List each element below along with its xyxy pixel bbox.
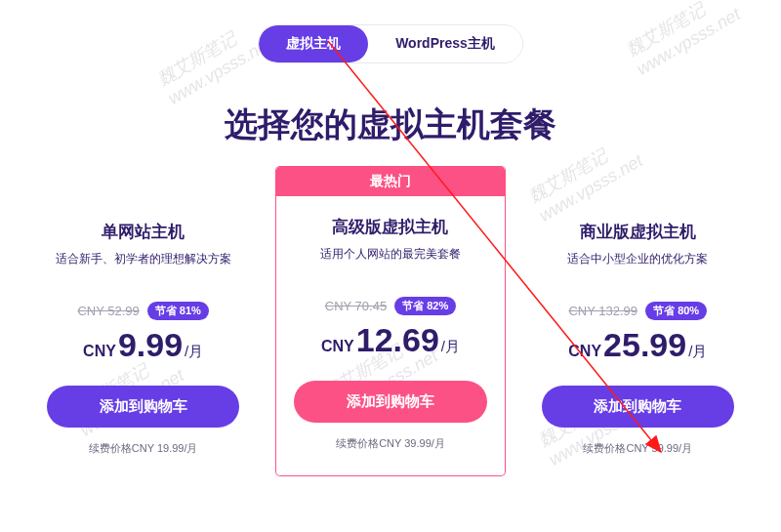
add-to-cart-button[interactable]: 添加到购物车	[542, 386, 734, 428]
price-currency: CNY	[568, 343, 601, 360]
price-row: CNY 132.99 节省 80%	[542, 302, 734, 320]
renewal-price: 续费价格CNY 19.99/月	[47, 441, 239, 456]
price-value: 12.69	[356, 321, 439, 359]
plan-title: 商业版虚拟主机	[542, 221, 734, 243]
price-currency: CNY	[321, 338, 354, 355]
save-badge: 节省 81%	[147, 302, 209, 320]
plan-title: 单网站主机	[47, 221, 239, 243]
plan-subtitle: 适合中小型企业的优化方案	[542, 251, 734, 267]
tab-wordpress-hosting[interactable]: WordPress主机	[368, 25, 522, 62]
featured-badge: 最热门	[276, 167, 504, 196]
plan-subtitle: 适用个人网站的最完美套餐	[294, 246, 486, 263]
renewal-price: 续费价格CNY 39.99/月	[294, 436, 486, 451]
plan-list: 单网站主机 适合新手、初学者的理想解决方案 CNY 52.99 节省 81% C…	[0, 196, 781, 475]
price-row: CNY 70.45 节省 82%	[294, 297, 486, 315]
price-row: CNY 52.99 节省 81%	[47, 302, 239, 320]
price-period: /月	[185, 343, 203, 361]
add-to-cart-button[interactable]: 添加到购物车	[47, 386, 239, 428]
tab-container: 虚拟主机 WordPress主机	[258, 24, 523, 63]
price-main: CNY 12.69 /月	[294, 321, 486, 359]
price-currency: CNY	[83, 343, 116, 360]
plan-card-single: 单网站主机 适合新手、初学者的理想解决方案 CNY 52.99 节省 81% C…	[29, 196, 257, 475]
price-main: CNY 9.99 /月	[47, 326, 239, 364]
tab-virtual-hosting[interactable]: 虚拟主机	[259, 25, 368, 62]
renewal-price: 续费价格CNY 59.99/月	[542, 441, 734, 456]
page-title: 选择您的虚拟主机套餐	[0, 102, 781, 147]
plan-card-premium: 最热门 高级版虚拟主机 适用个人网站的最完美套餐 CNY 70.45 节省 82…	[276, 167, 504, 475]
old-price: CNY 132.99	[568, 304, 637, 318]
save-badge: 节省 80%	[645, 302, 707, 320]
price-value: 9.99	[118, 326, 183, 364]
plan-card-business: 商业版虚拟主机 适合中小型企业的优化方案 CNY 132.99 节省 80% C…	[524, 196, 752, 475]
plan-subtitle: 适合新手、初学者的理想解决方案	[47, 251, 239, 267]
add-to-cart-button[interactable]: 添加到购物车	[294, 381, 486, 423]
price-main: CNY 25.99 /月	[542, 326, 734, 364]
price-period: /月	[441, 338, 460, 356]
price-value: 25.99	[603, 326, 686, 364]
old-price: CNY 52.99	[77, 304, 139, 318]
price-period: /月	[688, 343, 707, 361]
tab-switcher: 虚拟主机 WordPress主机	[0, 24, 781, 63]
old-price: CNY 70.45	[325, 299, 387, 313]
save-badge: 节省 82%	[394, 297, 456, 315]
plan-title: 高级版虚拟主机	[294, 216, 486, 238]
